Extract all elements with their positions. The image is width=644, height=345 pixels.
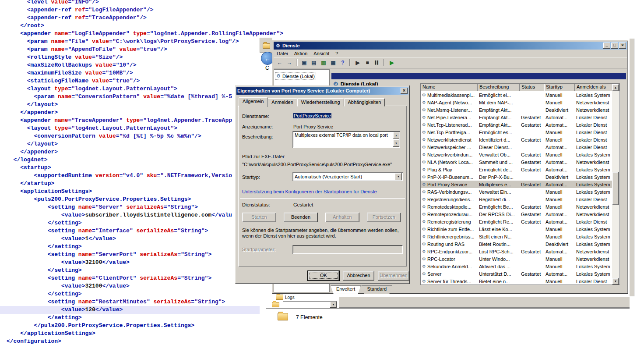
service-row[interactable]: ⚙NLA (Network Loca...Sammelt und ...Gest…	[421, 158, 612, 166]
service-description: Verwaltet Ob...	[478, 152, 520, 157]
service-row[interactable]: ⚙RPC-LocatorUnter Windo...ManuellNetzwer…	[421, 255, 612, 263]
services-titlebar[interactable]: ⚙ Dienste _□×	[274, 42, 627, 50]
dialog-close-button[interactable]: ×	[401, 88, 408, 94]
close-button[interactable]: ×	[619, 43, 626, 49]
service-row[interactable]: ⚙Net.Pipe-Listenera...Empfängt Akt...Ges…	[421, 114, 612, 121]
resume-button[interactable]: Fortsetzen	[367, 213, 401, 222]
restart-service-icon[interactable]: ▶	[387, 58, 396, 67]
service-starttype: Manuell	[544, 204, 575, 210]
menu-item-3[interactable]: ?	[332, 50, 341, 57]
service-row[interactable]: ⚙PnP-X-IP-Busenum...Der PnP-X-Bu...Deakt…	[421, 173, 612, 181]
minimize-button[interactable]: _	[603, 43, 610, 49]
menu-item-1[interactable]: Aktion	[291, 50, 311, 57]
dialog-tab-1[interactable]: Anmelden	[267, 98, 297, 107]
dialog-titlebar[interactable]: Eigenschaften von Port Proxy Service (Lo…	[236, 87, 408, 95]
service-row[interactable]: ⚙Port Proxy ServiceMultiplexes e...Gesta…	[421, 181, 612, 188]
description-scrollbar[interactable]: ▲ ▼	[393, 132, 399, 147]
service-row[interactable]: ⚙Server für Threads...Bietet eine n...Ma…	[421, 277, 612, 285]
show-window-icon[interactable]: ▣	[300, 58, 309, 67]
service-name-cell: ⚙Richtlinienergebniss...	[421, 234, 478, 239]
scroll-up-icon[interactable]: ▲	[393, 132, 399, 139]
apply-button[interactable]: Übernehmen	[378, 271, 409, 281]
tree-node-dienste-lokal[interactable]: ⚙ Dienste (Lokal)	[275, 72, 316, 80]
menu-item-0[interactable]: Datei	[274, 50, 291, 57]
service-row[interactable]: ⚙Net.Msmq-Listener...Empfängt Akt...Deak…	[421, 106, 612, 114]
scroll-up-icon[interactable]: ▲	[612, 84, 619, 91]
service-row[interactable]: ⚙RemoteregistrierungErmöglicht Re...Gest…	[421, 218, 612, 225]
service-row[interactable]: ⚙ServerUnterstützt D...GestartetAutomat.…	[421, 270, 612, 277]
pause-button[interactable]: Anhalten	[325, 213, 359, 222]
maximize-button[interactable]: □	[611, 43, 618, 49]
service-name-value[interactable]: PortProxyService	[293, 113, 331, 118]
combo-dropdown-icon[interactable]: ▼	[330, 302, 337, 308]
view-tab-1[interactable]: Standard	[361, 285, 392, 294]
folder-list-item[interactable]	[272, 302, 279, 307]
service-row[interactable]: ⚙Multimediaklassenpl...Ermöglicht ei...M…	[421, 91, 612, 99]
dialog-tab-3[interactable]: Abhängigkeiten	[344, 98, 385, 107]
back-icon[interactable]: ←	[275, 58, 284, 67]
service-row[interactable]: ⚙Remotedesktopdie...Ermöglicht Be...Gest…	[421, 203, 612, 210]
service-logon: Lokales System	[575, 227, 612, 232]
folder-list-item[interactable]: Logs	[276, 295, 295, 300]
startup-type-combobox[interactable]: Automatisch (Verzögerter Start) ▼	[292, 172, 403, 181]
ok-button[interactable]: OK	[308, 271, 339, 281]
stop-button[interactable]: Beenden	[284, 213, 318, 222]
stop-service-icon[interactable]: ■	[363, 58, 372, 67]
column-header-4[interactable]: Anmelden als	[575, 84, 613, 91]
display-name-value[interactable]: Port Proxy Service	[293, 124, 333, 129]
column-header-3[interactable]: Starttyp	[544, 84, 575, 91]
service-starttype: Deaktiviert	[544, 242, 575, 247]
service-row[interactable]: ⚙Richtlinienergebniss...Stellt einen N..…	[421, 233, 612, 240]
refresh-icon[interactable]: ▥	[319, 58, 328, 67]
explorer-scrollbar-strip[interactable]	[629, 39, 634, 296]
service-row[interactable]: ⚙Remoteprozedurau...Der RPCSS-Di...Gesta…	[421, 210, 612, 218]
help-icon[interactable]: ?	[338, 58, 347, 67]
service-starttype: Manuell	[544, 137, 575, 142]
scroll-down-icon[interactable]: ▼	[393, 140, 399, 147]
service-row[interactable]: ⚙Richtlinie zum Entfe...Lässt eine Ko...…	[421, 225, 612, 233]
code-line: <setting name="ClientPort" serializeAs="…	[0, 274, 260, 282]
service-row[interactable]: ⚙Plug & PlayErmöglicht de...GestartetAut…	[421, 166, 612, 173]
pause-service-icon[interactable]: ▌▌	[373, 58, 381, 67]
startup-options-help-link[interactable]: Unterstützung beim Konfigurieren der Sta…	[242, 189, 377, 194]
scroll-thumb[interactable]	[612, 172, 619, 205]
combo-dropdown-icon[interactable]: ▼	[395, 173, 402, 180]
dialog-tab-0[interactable]: Allgemein	[239, 97, 267, 107]
service-logon: Lokaler Dienst	[575, 122, 612, 128]
service-row[interactable]: ⚙RPC-Endpunktzuor...Löst RPC-Sch...Gesta…	[421, 248, 612, 255]
column-header-0[interactable]: Name	[421, 84, 478, 91]
service-row[interactable]: ⚙Net.Tcp-Listenerad...Empfängt Akt...Ges…	[421, 121, 612, 128]
service-row[interactable]: ⚙Routing und RASBietet Routin...Deaktivi…	[421, 240, 612, 248]
start-button[interactable]: Starten	[242, 213, 276, 222]
service-row[interactable]: ⚙Net.Tcp-Portfreiga...Ermöglicht es...Ma…	[421, 128, 612, 136]
cancel-button[interactable]: Abbrechen	[343, 271, 374, 281]
service-row[interactable]: ⚙NAP-Agent (Netwo...Mit dem NAP-...Manue…	[421, 99, 612, 106]
service-gear-icon: ⚙	[422, 130, 426, 135]
service-logon: Lokales System	[575, 189, 612, 195]
service-row[interactable]: ⚙Netzwerkverbindun...Verwaltet Ob...Gest…	[421, 151, 612, 158]
start-service-icon[interactable]: ▶	[353, 58, 362, 67]
dialog-tab-2[interactable]: Wiederherstellung	[297, 98, 344, 107]
service-gear-icon: ⚙	[422, 182, 426, 187]
forward-icon[interactable]: →	[285, 58, 294, 67]
service-row[interactable]: ⚙NetzwerklistendienstIdentifiziert d...G…	[421, 136, 612, 143]
export-list-icon[interactable]: ▤	[310, 58, 318, 67]
menu-item-2[interactable]: Ansicht	[310, 50, 332, 57]
service-row[interactable]: ⚙Sekundäre Anmeld...Aktiviert das ...Man…	[421, 263, 612, 270]
service-gear-icon: ⚙	[422, 100, 426, 105]
column-header-2[interactable]: Status	[520, 84, 544, 91]
service-row[interactable]: ⚙Netzwerkspeicher-...Dieser Dienst...Aut…	[421, 143, 612, 151]
view-tab-0[interactable]: Erweitert	[331, 285, 361, 294]
list-scrollbar[interactable]: ▲ ▼	[612, 84, 619, 285]
service-description: Unter Windo...	[478, 256, 520, 262]
service-row[interactable]: ⚙Registrierungsdiens...Registriert di...…	[421, 196, 612, 203]
code-line: <value>32100</value>	[0, 282, 260, 290]
description-field[interactable]: Multiplexes external TCP/IP data on loca…	[292, 131, 400, 148]
export-icon[interactable]: ▦	[329, 58, 338, 67]
column-header-1[interactable]: Beschreibung	[478, 84, 520, 91]
start-params-field[interactable]	[292, 245, 403, 254]
explorer-combobox[interactable]: ▼	[283, 301, 337, 308]
scroll-down-icon[interactable]: ▼	[612, 278, 619, 285]
service-row[interactable]: ⚙RAS-Verbindungsv...Verwaltet Ein...Manu…	[421, 188, 612, 196]
service-name-cell: ⚙Server	[421, 271, 478, 277]
